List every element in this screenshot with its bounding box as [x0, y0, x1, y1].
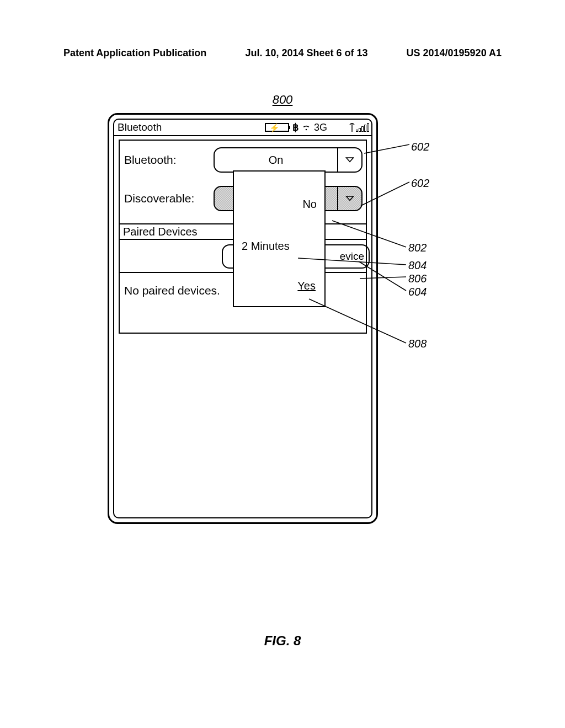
- callout-806: 806: [408, 272, 427, 285]
- discoverable-dropdown[interactable]: No 2 Minutes Yes: [233, 170, 326, 307]
- option-no[interactable]: No: [302, 198, 317, 211]
- antenna-icon: [349, 123, 355, 132]
- bluetooth-icon: ฿: [292, 121, 299, 133]
- device-figure: Bluetooth ⚡ ฿ 3G Bluetooth:: [108, 113, 378, 524]
- bluetooth-picker[interactable]: On: [214, 147, 363, 173]
- option-2-minutes[interactable]: 2 Minutes: [242, 240, 290, 253]
- signal-bars-icon: [356, 123, 369, 132]
- status-bar: Bluetooth ⚡ ฿ 3G: [114, 120, 371, 136]
- pub-right: US 2014/0195920 A1: [407, 47, 502, 59]
- bluetooth-label: Bluetooth:: [120, 153, 214, 167]
- statusbar-title: Bluetooth: [116, 121, 162, 133]
- chevron-down-icon[interactable]: [337, 187, 361, 210]
- add-device-label: evice: [340, 250, 364, 263]
- chevron-down-icon[interactable]: [337, 148, 361, 172]
- pub-left: Patent Application Publication: [63, 47, 206, 59]
- battery-icon: ⚡: [265, 123, 289, 132]
- callout-602: 602: [411, 141, 429, 153]
- wifi-icon: [302, 124, 311, 131]
- callout-808: 808: [408, 338, 427, 350]
- bluetooth-value: On: [215, 154, 337, 167]
- pub-center: Jul. 10, 2014 Sheet 6 of 13: [245, 47, 367, 59]
- option-yes[interactable]: Yes: [297, 280, 316, 292]
- callout-804: 804: [408, 259, 427, 272]
- callout-602: 602: [411, 177, 429, 190]
- figure-caption: FIG. 8: [0, 633, 565, 649]
- discoverable-label: Discoverable:: [120, 192, 214, 205]
- figure-number: 800: [0, 93, 565, 107]
- no-paired-text: No paired devices.: [124, 284, 220, 297]
- callout-802: 802: [408, 242, 427, 254]
- network-label: 3G: [314, 122, 327, 133]
- callout-604: 604: [408, 286, 427, 298]
